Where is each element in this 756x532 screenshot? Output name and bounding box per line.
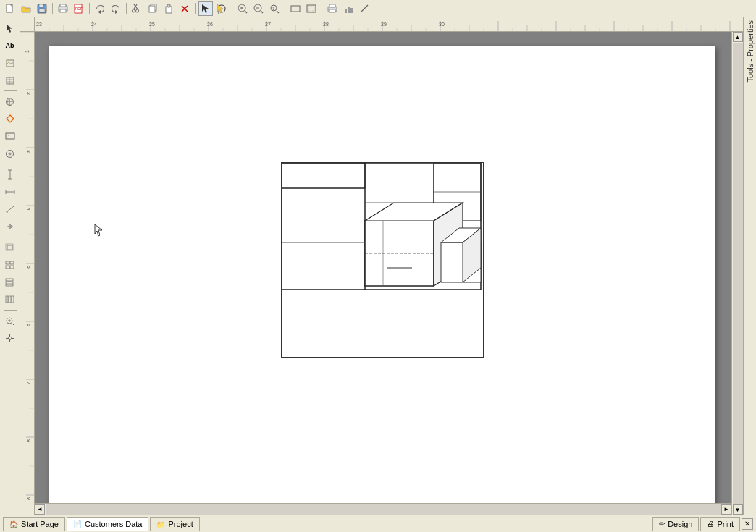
left-image-button[interactable] [2,55,18,71]
sep3 [126,3,127,14]
svg-text:7: 7 [26,381,31,384]
svg-rect-6 [60,9,66,12]
delete-button[interactable] [177,1,192,16]
left-shape2-button[interactable] [2,128,18,144]
open-button[interactable] [19,1,33,16]
svg-line-50 [6,133,9,136]
rect2-button[interactable] [304,1,319,16]
horizontal-scrollbar[interactable]: ◄ ► [35,503,731,515]
left-g3-button[interactable] [2,274,18,290]
left-table-button[interactable] [2,72,18,88]
properties-label[interactable]: Tools - Properties [744,17,756,85]
svg-rect-65 [6,261,9,264]
left-shape1-button[interactable] [2,111,18,127]
left-g4-button[interactable] [2,292,18,308]
svg-text:26: 26 [207,22,213,27]
print2-button[interactable] [325,1,340,16]
svg-rect-64 [7,245,12,250]
left-snap-button[interactable] [2,219,18,235]
svg-text:25: 25 [149,22,155,27]
redo-button[interactable] [109,1,123,16]
left-g2-button[interactable] [2,257,18,273]
left-g1-button[interactable] [2,240,18,256]
svg-text:PDF: PDF [75,7,83,11]
horizontal-ruler: // This will be rendered as text in SVG … [35,17,743,32]
zoom-fit-button[interactable]: 1 [267,1,282,16]
left-vdim-button[interactable] [2,166,18,182]
svg-text:1: 1 [272,7,274,11]
svg-line-78 [12,323,14,325]
svg-text:9: 9 [26,497,31,500]
print-icon: 🖨 [707,520,714,528]
customers-data-icon: 📄 [73,520,82,528]
project-icon: 📁 [156,520,165,528]
vertical-scrollbar[interactable]: ▲ ▼ [731,32,743,515]
paste-button[interactable] [161,1,176,16]
tab-start-page[interactable]: 🏠 Start Page [3,517,65,531]
svg-rect-34 [329,9,335,12]
pdf-button[interactable]: PDF [72,1,86,16]
vertical-ruler: 1 2 3 4 5 6 [20,32,35,515]
svg-rect-79 [35,17,743,32]
left-zoom-button[interactable] [2,313,18,329]
copy-button[interactable] [146,1,160,16]
left-hdim-button[interactable] [2,184,18,200]
new-button[interactable] [3,1,17,16]
svg-point-40 [7,61,9,62]
pointer-button[interactable] [198,1,213,16]
svg-text:6: 6 [26,324,31,326]
left-sep1 [4,90,17,91]
svg-rect-14 [149,6,155,12]
svg-rect-72 [6,296,8,303]
design-button[interactable]: ✏ Design [652,517,699,531]
tab-project[interactable]: 📁 Project [150,517,199,531]
design-label: Design [668,520,692,528]
cursor-arrow [94,224,103,235]
status-bar: 🏠 Start Page 📄 Customers Data 📁 Project … [0,515,756,532]
tab-customers-data[interactable]: 📄 Customers Data [67,517,148,531]
left-sep4 [4,310,17,311]
zoom-out-button[interactable] [251,1,266,16]
left-link-button[interactable] [2,93,18,109]
left-shape3-button[interactable] [2,145,18,161]
close-button[interactable]: ✕ [742,518,753,530]
svg-rect-73 [9,296,11,303]
svg-rect-138 [20,32,35,515]
svg-rect-49 [6,133,14,139]
svg-rect-68 [10,266,14,269]
svg-text:23: 23 [36,22,42,27]
bar-button[interactable] [341,1,356,16]
left-text-button[interactable]: Ab [2,38,18,54]
customers-data-label: Customers Data [85,520,142,528]
save-button[interactable] [35,1,49,16]
svg-text:4: 4 [26,208,31,211]
canvas-row: 1 2 3 4 5 6 [20,32,743,515]
left-sep3 [4,237,17,237]
print-tab-button[interactable]: 🖨 Print [700,517,740,531]
cut-button[interactable] [130,1,144,16]
svg-rect-41 [7,77,14,84]
svg-rect-2 [39,4,43,7]
svg-point-12 [136,9,139,12]
print-setup-button[interactable] [56,1,70,16]
sep6 [285,3,285,14]
svg-line-22 [245,11,247,13]
svg-rect-29 [291,6,300,12]
drawing-canvas[interactable]: ▲ ▼ ◄ ► [35,32,743,515]
left-pan-button[interactable] [2,330,18,346]
design-icon: ✏ [659,520,665,528]
arrow-button[interactable] [357,1,371,16]
svg-rect-37 [350,8,353,13]
rect-button[interactable] [288,1,303,16]
svg-rect-63 [6,244,13,250]
svg-text:8: 8 [26,439,31,442]
start-page-icon: 🏠 [9,520,18,528]
undo-button[interactable] [93,1,107,16]
left-toolbar: Ab [0,17,20,515]
lasso-button[interactable] [214,1,229,16]
start-page-label: Start Page [21,520,59,528]
print-label: Print [717,520,734,528]
left-select-button[interactable] [2,20,18,36]
zoom-in-button[interactable] [235,1,250,16]
left-angdim-button[interactable] [2,201,18,217]
